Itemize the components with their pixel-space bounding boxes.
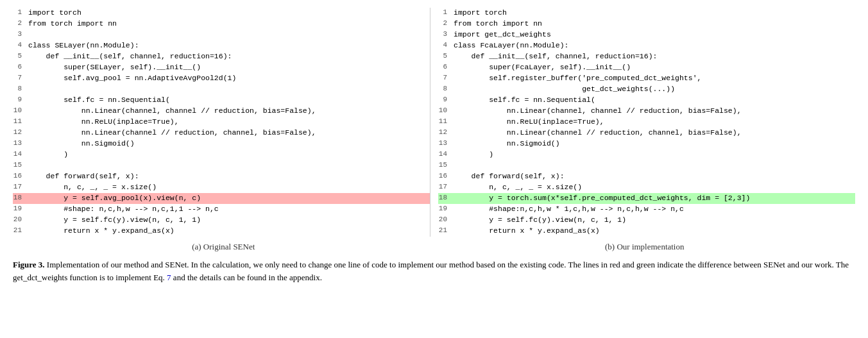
code-line: 12 nn.Linear(channel // reduction, chann… (438, 128, 855, 139)
line-number: 6 (13, 62, 27, 73)
code-line: 3import get_dct_weights (438, 30, 855, 40)
line-number: 15 (13, 160, 27, 171)
line-content: nn.Linear(channel // reduction, channel,… (27, 128, 430, 139)
code-line: 6 super(SELayer, self).__init__() (13, 62, 430, 73)
code-line: 19 #shape:n,c,h,w * 1,c,h,w --> n,c,h,w … (438, 204, 855, 215)
line-content: nn.Sigmoid() (452, 139, 855, 149)
code-line: 9 self.fc = nn.Sequential( (13, 95, 430, 106)
subfigure-captions: (a) Original SENet (b) Our implementatio… (13, 242, 855, 252)
line-number: 20 (13, 215, 27, 226)
line-content (27, 84, 430, 95)
code-line: 4class FcaLayer(nn.Module): (438, 40, 855, 51)
line-number: 12 (438, 128, 452, 139)
caption-text1: Implementation of our method and SENet. … (13, 260, 849, 282)
line-number: 14 (13, 149, 27, 160)
line-number: 21 (438, 226, 452, 237)
line-number: 2 (13, 19, 27, 30)
line-number: 7 (438, 73, 452, 84)
code-line: 16 def forward(self, x): (438, 171, 855, 182)
line-content: from torch import nn (27, 19, 430, 30)
line-content: nn.Linear(channel, channel // reduction,… (452, 106, 855, 117)
line-content: def __init__(self, channel, reduction=16… (452, 51, 855, 62)
line-number: 11 (438, 117, 452, 128)
code-panels: 1import torch2from torch import nn34clas… (13, 8, 855, 237)
line-content: get_dct_weights(...)) (452, 84, 855, 95)
line-content: y = self.avg_pool(x).view(n, c) (27, 193, 430, 204)
code-line: 1import torch (13, 8, 430, 19)
line-number: 3 (438, 30, 452, 40)
code-line: 3 (13, 30, 430, 40)
code-line: 13 nn.Sigmoid() (438, 139, 855, 149)
line-content: nn.Linear(channel // reduction, channel,… (452, 128, 855, 139)
line-content: return x * y.expand_as(x) (452, 226, 855, 237)
line-content: self.fc = nn.Sequential( (452, 95, 855, 106)
line-number: 21 (13, 226, 27, 237)
line-number: 20 (438, 215, 452, 226)
code-line: 15 (438, 160, 855, 171)
line-content: self.register_buffer('pre_computed_dct_w… (452, 73, 855, 84)
caption-right: (b) Our implementation (434, 242, 856, 252)
line-content: nn.ReLU(inplace=True), (27, 117, 430, 128)
code-line: 8 (13, 84, 430, 95)
line-number: 9 (438, 95, 452, 106)
code-line: 15 (13, 160, 430, 171)
line-number: 4 (438, 40, 452, 51)
line-number: 16 (438, 171, 452, 182)
caption-left: (a) Original SENet (13, 242, 434, 252)
code-line: 10 nn.Linear(channel, channel // reducti… (13, 106, 430, 117)
line-number: 12 (13, 128, 27, 139)
code-line: 20 y = self.fc(y).view(n, c, 1, 1) (438, 215, 855, 226)
line-number: 3 (13, 30, 27, 40)
code-line: 2from torch import nn (13, 19, 430, 30)
line-number: 6 (438, 62, 452, 73)
line-number: 2 (438, 19, 452, 30)
line-number: 10 (13, 106, 27, 117)
code-line: 21 return x * y.expand_as(x) (13, 226, 430, 237)
right-code-panel: 1import torch2from torch import nn3impor… (430, 8, 855, 237)
code-line: 14 ) (438, 149, 855, 160)
code-line: 7 self.avg_pool = nn.AdaptiveAvgPool2d(1… (13, 73, 430, 84)
line-content: def __init__(self, channel, reduction=16… (27, 51, 430, 62)
code-line: 11 nn.ReLU(inplace=True), (438, 117, 855, 128)
line-number: 8 (438, 84, 452, 95)
line-number: 19 (13, 204, 27, 215)
line-number: 11 (13, 117, 27, 128)
code-line: 6 super(FcaLayer, self).__init__() (438, 62, 855, 73)
code-line: 17 n, c, _, _ = x.size() (13, 182, 430, 193)
line-content: import torch (27, 8, 430, 19)
code-line: 11 nn.ReLU(inplace=True), (13, 117, 430, 128)
code-line: 5 def __init__(self, channel, reduction=… (438, 51, 855, 62)
line-content (27, 30, 430, 40)
line-number: 17 (438, 182, 452, 193)
code-line: 16 def forward(self, x): (13, 171, 430, 182)
line-content: class FcaLayer(nn.Module): (452, 40, 855, 51)
code-line: 18 y = torch.sum(x*self.pre_computed_dct… (438, 193, 855, 204)
code-line: 9 self.fc = nn.Sequential( (438, 95, 855, 106)
line-number: 17 (13, 182, 27, 193)
code-line: 13 nn.Sigmoid() (13, 139, 430, 149)
line-number: 1 (13, 8, 27, 19)
code-line: 18 y = self.avg_pool(x).view(n, c) (13, 193, 430, 204)
line-number: 9 (13, 95, 27, 106)
caption-text2: and the details can be found in the appe… (171, 273, 322, 282)
line-content: from torch import nn (452, 19, 855, 30)
line-number: 18 (13, 193, 27, 204)
line-content: def forward(self, x): (27, 171, 430, 182)
line-content: nn.ReLU(inplace=True), (452, 117, 855, 128)
line-number: 18 (438, 193, 452, 204)
code-line: 1import torch (438, 8, 855, 19)
line-number: 14 (438, 149, 452, 160)
line-content (452, 160, 855, 171)
code-line: 8 get_dct_weights(...)) (438, 84, 855, 95)
line-content: import get_dct_weights (452, 30, 855, 40)
line-content: nn.Sigmoid() (27, 139, 430, 149)
line-number: 13 (438, 139, 452, 149)
line-number: 19 (438, 204, 452, 215)
line-content (27, 160, 430, 171)
line-content: #shape:n,c,h,w * 1,c,h,w --> n,c,h,w -->… (452, 204, 855, 215)
code-line: 21 return x * y.expand_as(x) (438, 226, 855, 237)
code-line: 10 nn.Linear(channel, channel // reducti… (438, 106, 855, 117)
line-content: y = self.fc(y).view(n, c, 1, 1) (27, 215, 430, 226)
figure-label: Figure 3. (13, 260, 45, 269)
line-content: super(FcaLayer, self).__init__() (452, 62, 855, 73)
